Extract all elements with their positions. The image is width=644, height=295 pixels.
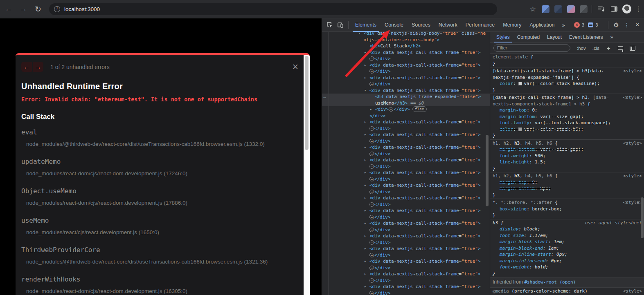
css-declaration[interactable]: margin-block-start: 1em;	[493, 239, 642, 245]
dom-tree-line[interactable]: ▸<div data-nextjs-call-stack-frame="true…	[322, 62, 490, 69]
dom-tree-line[interactable]: …</div>	[322, 125, 490, 132]
dom-tree-line[interactable]: ▸<div data-nextjs-call-stack-frame="true…	[322, 49, 490, 56]
computed-sidebar-toggle-icon[interactable]	[630, 46, 635, 51]
more-tabs-chevron[interactable]: »	[559, 22, 568, 28]
bookmark-star-icon[interactable]: ☆	[530, 5, 536, 13]
rule-origin[interactable]: <style>	[623, 199, 642, 206]
previous-error-button[interactable]: ←	[21, 62, 32, 72]
rule-origin[interactable]: <style>	[623, 288, 642, 295]
rule-origin[interactable]: <style>	[623, 68, 642, 74]
call-stack-frame[interactable]: useMemonode_modules/react/cjs/react.deve…	[21, 217, 292, 235]
new-style-rule-button[interactable]: +	[607, 46, 610, 51]
side-panel-icon[interactable]	[609, 4, 619, 14]
collapsed-content-icon[interactable]: …	[369, 253, 374, 257]
console-message-badge-icon[interactable]	[588, 22, 593, 27]
expand-arrow-icon[interactable]: ▸	[364, 75, 366, 81]
expand-arrow-icon[interactable]: ▸	[364, 62, 366, 69]
devtools-tab-memory[interactable]: Memory	[499, 18, 525, 32]
expand-arrow-icon[interactable]: ▸	[370, 106, 372, 113]
extension-icon-2[interactable]	[554, 5, 562, 13]
dom-tree-line[interactable]: …</div>	[322, 189, 490, 195]
expand-arrow-icon[interactable]: ▸	[364, 182, 366, 189]
extension-icon-3[interactable]	[567, 5, 575, 13]
expand-arrow-icon[interactable]: ▸	[364, 132, 366, 138]
dom-tree-line[interactable]: …</div>	[322, 265, 490, 271]
dom-tree-line[interactable]: ▸<div data-nextjs-call-stack-frame="true…	[322, 132, 490, 138]
call-stack-frame[interactable]: evalnode_modules/@thirdweb-dev/react-cor…	[21, 128, 292, 147]
css-declaration[interactable]: font-weight: 500;	[493, 153, 642, 159]
collapsed-content-icon[interactable]: …	[369, 139, 374, 143]
collapse-arrow-icon[interactable]: ▾	[358, 32, 360, 37]
dom-tree-line[interactable]: …</div>	[322, 68, 490, 75]
css-declaration[interactable]: font-weight: bold;	[493, 264, 642, 270]
call-stack-frame[interactable]: updateMemonode_modules/react-dom/cjs/rea…	[21, 158, 292, 177]
collapsed-content-icon[interactable]: …	[369, 177, 374, 181]
collapsed-content-icon[interactable]: …	[369, 82, 374, 86]
sidebar-tab-styles[interactable]: Styles	[493, 32, 513, 42]
collapsed-content-icon[interactable]: …	[369, 152, 374, 156]
error-badge-icon[interactable]: ×	[574, 22, 580, 28]
dom-tree-line[interactable]: </div>	[322, 113, 490, 119]
dom-tree-line[interactable]: …</div>	[322, 214, 490, 221]
dom-tree-line[interactable]: ▸<div data-nextjs-call-stack-frame="true…	[322, 119, 490, 125]
css-declaration[interactable]: color: var(--color-stack-h6);	[493, 126, 642, 133]
collapsed-content-icon[interactable]: …	[369, 228, 374, 232]
dom-tree-line[interactable]: …</div>	[322, 290, 490, 295]
css-declaration[interactable]: color: var(--color-stack-headline);	[493, 80, 642, 87]
dom-tree-line[interactable]: ▸<div data-nextjs-call-stack-frame="true…	[322, 271, 490, 277]
dialog-scrollbar-thumb[interactable]	[305, 56, 308, 150]
dom-tree-line[interactable]: …</div>	[322, 201, 490, 208]
address-bar[interactable]: i localhost:3000	[49, 3, 497, 15]
dom-tree-line[interactable]: …</div>	[322, 277, 490, 284]
dom-tree-line[interactable]: …</div>	[322, 239, 490, 246]
collapsed-content-icon[interactable]: …	[369, 278, 374, 283]
collapsed-content-icon[interactable]: …	[369, 164, 374, 169]
devtools-tab-console[interactable]: Console	[381, 18, 408, 32]
call-stack-frame[interactable]: ThirdwebProviderCorenode_modules/@thirdw…	[21, 246, 292, 265]
collapsed-content-icon[interactable]: …	[389, 107, 393, 112]
dom-tree-line[interactable]: ▾<div data-nextjs-call-stack-frame="true…	[322, 87, 490, 94]
expand-arrow-icon[interactable]: ▸	[364, 208, 366, 214]
back-icon[interactable]: ←	[2, 3, 15, 15]
dom-tree-line[interactable]: ▸<div data-nextjs-call-stack-frame="true…	[322, 195, 490, 201]
reload-icon[interactable]: ↻	[32, 3, 44, 15]
css-rule[interactable]: <style>h1, h2, h3, h4, h5, h6 {margin-to…	[490, 172, 644, 199]
collapsed-content-icon[interactable]: …	[369, 190, 374, 194]
dom-tree-line[interactable]: …</div>	[322, 151, 490, 157]
css-declaration[interactable]: display: block;	[493, 226, 642, 232]
dom-tree-line[interactable]: ▸<div data-nextjs-call-stack-frame="true…	[322, 144, 490, 151]
css-rule[interactable]: element.style {}	[490, 54, 644, 67]
css-declaration[interactable]: font-size: 1.17em;	[493, 232, 642, 239]
expand-arrow-icon[interactable]: ▸	[364, 49, 366, 56]
settings-gear-icon[interactable]: ⚙	[611, 20, 621, 30]
collapsed-content-icon[interactable]: …	[369, 215, 374, 219]
expand-arrow-icon[interactable]: ▸	[364, 258, 366, 265]
devtools-tab-network[interactable]: Network	[435, 18, 462, 32]
rule-origin[interactable]: <style>	[623, 173, 642, 179]
collapsed-content-icon[interactable]: …	[369, 126, 374, 131]
dom-tree-line[interactable]: xtjs-container-errors-body">	[322, 37, 490, 43]
color-swatch[interactable]	[518, 127, 522, 131]
devtools-tab-application[interactable]: Application	[525, 18, 558, 32]
filter-input[interactable]: Filter	[493, 45, 570, 51]
dom-tree-line[interactable]: …<h3 data-nextjs-frame-expanded="false">	[322, 94, 490, 100]
devtools-tab-elements[interactable]: Elements	[351, 18, 381, 32]
expand-arrow-icon[interactable]: ▸	[364, 246, 366, 252]
dom-tree-line[interactable]: …</div>	[322, 252, 490, 259]
css-declaration[interactable]: margin-inline-end: 0px;	[493, 258, 642, 264]
expand-arrow-icon[interactable]: ▸	[364, 195, 366, 201]
expand-arrow-icon[interactable]: ▸	[364, 284, 366, 290]
expand-arrow-icon[interactable]: ▸	[364, 170, 366, 176]
css-declaration[interactable]: margin-top: 0;	[493, 179, 642, 186]
expand-arrow-icon[interactable]: ▸	[364, 157, 366, 163]
expand-arrow-icon[interactable]: ▸	[364, 271, 366, 277]
collapsed-content-icon[interactable]: …	[369, 240, 374, 245]
devtools-menu-icon[interactable]: ⋮	[621, 20, 632, 30]
color-swatch[interactable]	[518, 82, 522, 85]
expand-arrow-icon[interactable]: ▸	[364, 144, 366, 151]
close-devtools-icon[interactable]: ×	[632, 20, 643, 30]
dom-tree-line[interactable]: ▸<div data-nextjs-call-stack-frame="true…	[322, 220, 490, 227]
css-declaration[interactable]: margin-bottom: 8px;	[493, 185, 642, 192]
node-gutter-menu-icon[interactable]: …	[323, 94, 327, 100]
css-rule[interactable]: <style>h1, h2, h3, h4, h5, h6 {margin-bo…	[490, 140, 644, 173]
